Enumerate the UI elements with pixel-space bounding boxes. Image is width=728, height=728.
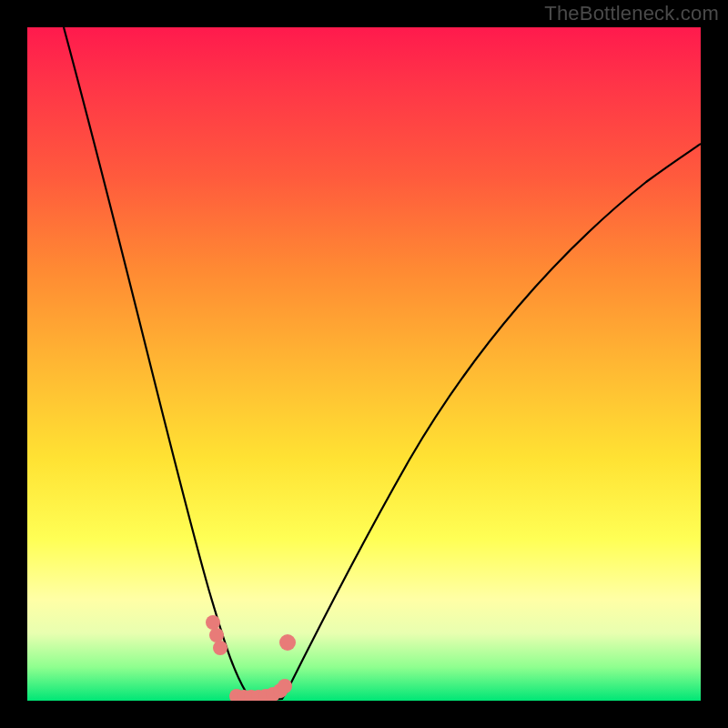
marker-dot [209, 628, 224, 642]
marker-dot [278, 679, 292, 693]
bottleneck-curve [64, 27, 701, 700]
marker-dot [213, 641, 228, 655]
chart-svg [27, 27, 701, 701]
bottom-marker-group [206, 615, 296, 701]
chart-frame: TheBottleneck.com [0, 0, 728, 728]
marker-dot [279, 634, 296, 651]
plot-area [27, 27, 701, 701]
marker-dot [206, 615, 220, 630]
watermark-text: TheBottleneck.com [544, 2, 719, 25]
